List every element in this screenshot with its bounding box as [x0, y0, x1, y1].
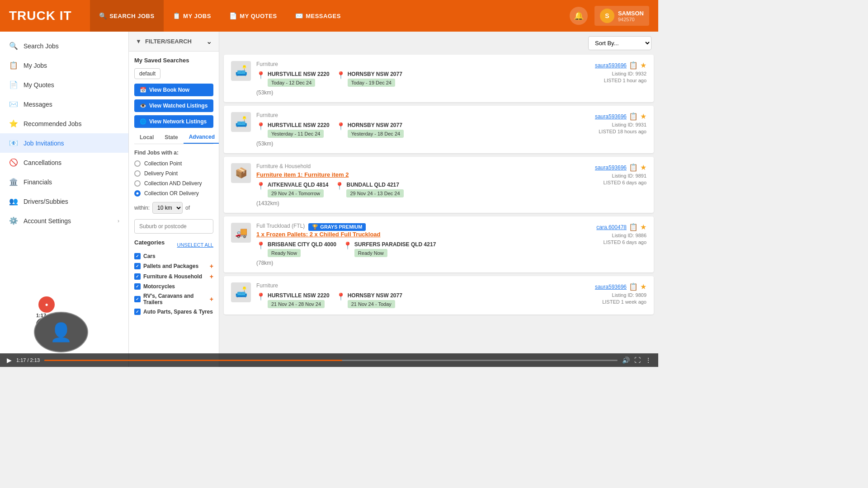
to-suburb: HORNSBY NSW 2077 — [348, 292, 402, 299]
pin-red-icon: 📍 — [336, 292, 345, 301]
sidebar-item-drivers[interactable]: 👥 Drivers/Subbies — [0, 192, 128, 211]
cancel-icon: 🚫 — [9, 158, 18, 167]
sidebar-item-my-jobs[interactable]: 📋 My Jobs — [0, 56, 128, 75]
cat-item-pallets[interactable]: ✓ Pallets and Packages + — [134, 263, 213, 270]
job-listed: LISTED 1 week ago — [602, 299, 646, 305]
radio-collection-and-delivery[interactable]: Collection AND Delivery — [134, 180, 213, 187]
radio-delivery-point[interactable]: Delivery Point — [134, 170, 213, 177]
view-book-now-button[interactable]: 📅 View Book Now — [134, 84, 213, 96]
from-location: 📍 HURSTVILLE NSW 2220 21 Nov 24 - 28 Nov… — [256, 292, 330, 308]
to-date: Yesterday - 18 Dec 24 — [348, 130, 404, 138]
nav-tab-my-quotes[interactable]: 📄 MY QUOTES — [220, 0, 286, 32]
radio-collection-or-delivery[interactable]: Collection OR Delivery — [134, 190, 213, 197]
from-location: 📍 HURSTVILLE NSW 2220 Today - 12 Dec 24 — [256, 71, 330, 87]
unselect-all[interactable]: UNSELECT ALL — [177, 242, 213, 248]
view-network-button[interactable]: 🌐 View Network Listings — [134, 115, 213, 128]
job-locations: 📍 HURSTVILLE NSW 2220 Today - 12 Dec 24 … — [256, 71, 551, 87]
job-user[interactable]: saura593696 — [595, 164, 627, 171]
job-listed: LISTED 18 hours ago — [599, 129, 646, 134]
radio-collection-point[interactable]: Collection Point — [134, 160, 213, 167]
find-jobs-label: Find Jobs with a: — [134, 150, 213, 156]
sidebar-item-search-jobs[interactable]: 🔍 Search Jobs — [0, 36, 128, 56]
job-user[interactable]: saura593696 — [595, 62, 627, 69]
star-icon[interactable]: ★ — [640, 163, 646, 172]
sidebar-item-recommended-jobs[interactable]: ⭐ Recommended Jobs — [0, 114, 128, 133]
filter-panel: ▼ FILTER/SEARCH ⌄ My Saved Searches defa… — [129, 32, 219, 367]
star-icon[interactable]: ★ — [640, 61, 646, 70]
cat-item-auto-parts[interactable]: ✓ Auto Parts, Spares & Tyres — [134, 309, 213, 315]
progress-fill — [44, 360, 342, 361]
pin-green-icon: 📍 — [256, 241, 265, 250]
job-title[interactable]: 1 x Frozen Pallets: 2 x Chilled Full Tru… — [256, 231, 551, 238]
view-watched-button[interactable]: 👁️ View Watched Listings — [134, 99, 213, 112]
job-distance: (1432km) — [256, 200, 551, 206]
plus-icon[interactable]: + — [210, 273, 213, 280]
cat-item-furniture[interactable]: ✓ Furniture & Household + — [134, 273, 213, 280]
play-button[interactable]: ▶ — [7, 357, 12, 364]
radio-circle — [134, 170, 141, 177]
job-user[interactable]: cara.600478 — [596, 224, 627, 230]
copy-icon: 📋 — [629, 223, 638, 231]
star-icon[interactable]: ★ — [640, 223, 646, 231]
to-location: 📍 SURFERS PARADISE QLD 4217 Ready Now — [343, 241, 436, 257]
nav-tab-search-jobs[interactable]: 🔍 SEARCH JOBS — [90, 0, 164, 32]
job-details: Full Truckload (FTL) 🏆 GRAYS PREMIUM 1 x… — [256, 223, 551, 266]
job-title[interactable]: Furniture item 1: Furniture item 2 — [256, 171, 551, 178]
filter-tabs: Local State Advanced — [134, 131, 213, 144]
star-icon[interactable]: ★ — [640, 282, 646, 291]
job-card-9886: 🚚 Full Truckload (FTL) 🏆 GRAYS PREMIUM 1… — [224, 216, 654, 272]
filter-toggle[interactable]: ▼ FILTER/SEARCH ⌄ — [129, 32, 219, 52]
more-options-icon[interactable]: ⋮ — [645, 357, 651, 364]
tab-advanced[interactable]: Advanced — [184, 131, 219, 144]
to-date: Today - 19 Dec 24 — [348, 79, 395, 87]
job-category: Furniture — [256, 61, 551, 67]
nav-tab-my-jobs[interactable]: 📋 MY JOBS — [164, 0, 220, 32]
header-right: 🔔 S SAMSON 942570 — [570, 6, 649, 26]
job-card-9932: 🛋️ Furniture 📍 HURSTVILLE NSW 2220 Today… — [224, 55, 654, 102]
copy-icon: 📋 — [629, 61, 638, 70]
job-meta: saura593696 📋 ★ Listing ID: 9809 LISTED … — [556, 282, 646, 305]
tab-state[interactable]: State — [159, 131, 183, 144]
plus-icon[interactable]: + — [210, 263, 213, 270]
sidebar-item-messages[interactable]: ✉️ Messages — [0, 94, 128, 114]
star-icon[interactable]: ★ — [640, 112, 646, 121]
nav-tab-messages[interactable]: ✉️ MESSAGES — [286, 0, 350, 32]
user-details: SAMSON 942570 — [618, 10, 644, 22]
user-menu[interactable]: S SAMSON 942570 — [594, 6, 649, 26]
sort-select[interactable]: Sort By... Newest Oldest Closest — [588, 36, 651, 50]
postcode-input[interactable] — [134, 219, 213, 234]
job-icon: 📦 — [231, 163, 251, 183]
expand-icon[interactable]: ⛶ — [634, 357, 641, 364]
job-meta: cara.600478 📋 ★ Listing ID: 9886 LISTED … — [556, 223, 646, 245]
job-icon: 🛋️ — [231, 282, 251, 302]
sidebar-item-job-invitations[interactable]: 📧 Job Invitations — [0, 133, 128, 153]
cat-item-cars[interactable]: ✓ Cars — [134, 253, 213, 259]
to-location: 📍 HORNSBY NSW 2077 Yesterday - 18 Dec 24 — [336, 122, 404, 138]
km-select[interactable]: 10 km 25 km 50 km — [152, 202, 183, 214]
cat-item-rv[interactable]: ✓ RV's, Caravans and Trailers + — [134, 293, 213, 305]
from-location: 📍 HURSTVILLE NSW 2220 Yesterday - 11 Dec… — [256, 122, 330, 138]
cat-item-motorcycles[interactable]: ✓ Motorcycles — [134, 283, 213, 290]
sidebar-item-my-quotes[interactable]: 📄 My Quotes — [0, 75, 128, 94]
progress-bar[interactable] — [44, 360, 618, 361]
sidebar-item-cancellations[interactable]: 🚫 Cancellations — [0, 153, 128, 172]
sidebar-item-financials[interactable]: 🏛️ Financials — [0, 172, 128, 192]
logo: TRUCK IT — [9, 9, 72, 23]
tab-local[interactable]: Local — [134, 131, 159, 144]
saved-searches-label: My Saved Searches — [134, 57, 213, 64]
notification-bell[interactable]: 🔔 — [570, 7, 588, 25]
plus-icon[interactable]: + — [210, 296, 213, 303]
checkbox-furniture: ✓ — [134, 273, 141, 280]
job-user[interactable]: saura593696 — [595, 113, 627, 120]
listing-id: Listing ID: 9891 — [612, 173, 646, 178]
to-date: Ready Now — [354, 249, 387, 257]
from-date: 29 Nov 24 - Tomorrow — [268, 189, 324, 197]
sidebar-item-account-settings[interactable]: ⚙️ Account Settings › — [0, 211, 128, 230]
job-user[interactable]: saura593696 — [595, 284, 627, 290]
saved-search-tag[interactable]: default — [134, 68, 160, 79]
volume-icon[interactable]: 🔊 — [622, 357, 630, 364]
network-icon: 🌐 — [140, 118, 146, 125]
pin-green-icon: 📍 — [256, 122, 265, 131]
categories-section: Categories UNSELECT ALL ✓ Cars ✓ Pallets… — [134, 239, 213, 323]
checkbox-auto-parts: ✓ — [134, 309, 141, 315]
